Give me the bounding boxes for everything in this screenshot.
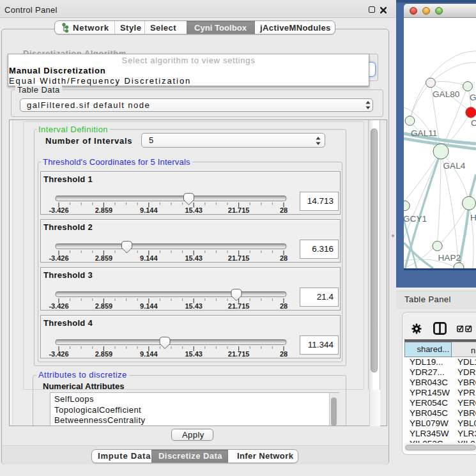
svg-text:9.144: 9.144: [140, 254, 158, 262]
svg-text:9.144: 9.144: [140, 206, 158, 214]
svg-text:-3.426: -3.426: [49, 206, 68, 214]
svg-text:2.859: 2.859: [95, 254, 113, 262]
svg-text:-3.426: -3.426: [49, 302, 68, 310]
svg-text:15.43: 15.43: [185, 350, 203, 358]
svg-text:21.715: 21.715: [228, 302, 250, 310]
svg-text:21.715: 21.715: [228, 206, 250, 214]
svg-text:9.144: 9.144: [140, 350, 158, 358]
svg-text:9.144: 9.144: [140, 302, 158, 310]
svg-text:H: H: [470, 213, 476, 222]
svg-text:GAL11: GAL11: [411, 128, 437, 138]
svg-text:2.859: 2.859: [95, 350, 113, 358]
svg-text:28: 28: [280, 254, 288, 262]
svg-text:HAP2: HAP2: [438, 253, 461, 263]
svg-text:GA: GA: [470, 93, 476, 102]
svg-text:28: 28: [280, 302, 288, 310]
svg-text:2.859: 2.859: [95, 302, 113, 310]
svg-text:21.715: 21.715: [228, 350, 250, 358]
svg-text:15.43: 15.43: [185, 254, 203, 262]
svg-text:C: C: [471, 118, 476, 128]
svg-text:21.715: 21.715: [228, 254, 250, 262]
svg-text:-3.426: -3.426: [49, 254, 68, 262]
svg-text:GAL4: GAL4: [443, 161, 466, 171]
svg-text:GCY1: GCY1: [404, 214, 427, 224]
svg-text:2.859: 2.859: [95, 206, 113, 214]
svg-text:28: 28: [280, 350, 288, 358]
svg-text:28: 28: [280, 206, 288, 214]
svg-text:15.43: 15.43: [185, 206, 203, 214]
svg-text:-3.426: -3.426: [49, 350, 68, 358]
svg-text:15.43: 15.43: [185, 302, 203, 310]
svg-text:GAL80: GAL80: [433, 89, 460, 99]
